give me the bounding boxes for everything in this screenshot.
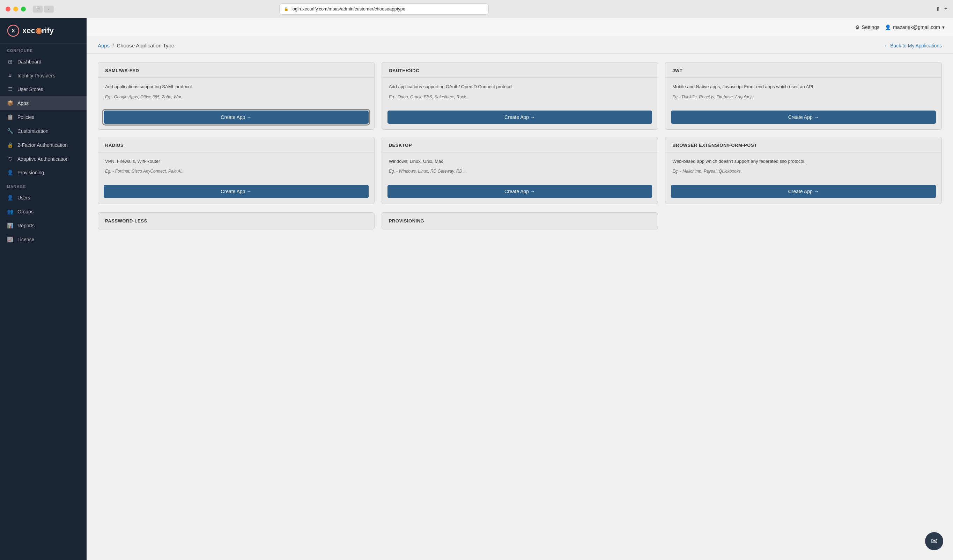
- create-app-button-jwt[interactable]: Create App →: [671, 111, 936, 124]
- content-header: Apps / Choose Application Type ← Back to…: [87, 36, 953, 54]
- sidebar-item-user-stores[interactable]: ☰ User Stores: [0, 82, 87, 96]
- url-text: login.xecurify.com/moas/admin/customer/c…: [292, 6, 405, 11]
- share-icon[interactable]: ⬆: [936, 6, 940, 12]
- manage-section-label: Manage: [0, 179, 87, 191]
- user-icon: 👤: [885, 25, 891, 30]
- card-footer-jwt: Create App →: [665, 111, 942, 129]
- address-bar[interactable]: 🔒 login.xecurify.com/moas/admin/customer…: [279, 3, 489, 15]
- card-header-oauth: OAUTH/OIDC: [382, 62, 658, 78]
- sidebar-item-customization[interactable]: 🔧 Customization: [0, 124, 87, 138]
- card-header-saml: SAML/WS-FED: [98, 62, 374, 78]
- sidebar-toggle[interactable]: ⊟: [33, 6, 43, 12]
- sidebar: X xec◉rify Configure ⊞ Dashboard ≡ Ident…: [0, 18, 87, 560]
- settings-button[interactable]: ⚙ Settings: [855, 25, 880, 30]
- settings-label: Settings: [862, 25, 880, 30]
- sidebar-item-apps[interactable]: 📦 Apps: [0, 96, 87, 110]
- close-button[interactable]: [6, 7, 11, 11]
- card-title-saml: SAML/WS-FED: [105, 68, 367, 73]
- card-examples-browser-ext: Eg. - Mailchimp, Paypal, Quickbooks.: [672, 169, 934, 174]
- sidebar-icon-2fa: 🔒: [7, 142, 13, 148]
- breadcrumb-apps-link[interactable]: Apps: [98, 43, 110, 48]
- chat-button[interactable]: ✉: [925, 532, 943, 550]
- sidebar-label-dashboard: Dashboard: [17, 59, 42, 65]
- user-menu[interactable]: 👤 mazariek@gmail.com ▾: [885, 25, 945, 30]
- card-description-saml: Add applications supporting SAML protoco…: [105, 84, 367, 90]
- sidebar-item-groups[interactable]: 👥 Groups: [0, 205, 87, 219]
- card-body-browser-ext: Web-based app which doesn't support any …: [665, 152, 942, 185]
- lock-icon: 🔒: [284, 7, 289, 11]
- create-app-button-oauth[interactable]: Create App →: [388, 111, 652, 124]
- card-footer-desktop: Create App →: [382, 185, 658, 204]
- card-examples-radius: Eg. - Fortinet, Cisco AnyConnect, Palo A…: [105, 169, 367, 174]
- sidebar-icon-dashboard: ⊞: [7, 59, 13, 65]
- logo-text: xec◉rify: [22, 26, 54, 35]
- sidebar-label-groups: Groups: [17, 209, 34, 215]
- sidebar-item-2fa[interactable]: 🔒 2-Factor Authentication: [0, 138, 87, 152]
- card-title-jwt: JWT: [672, 68, 934, 73]
- sidebar-item-users[interactable]: 👤 Users: [0, 191, 87, 205]
- sidebar-icon-reports: 📊: [7, 223, 13, 229]
- back-to-applications-link[interactable]: ← Back to My Applications: [884, 43, 942, 48]
- topbar: ⚙ Settings 👤 mazariek@gmail.com ▾: [87, 18, 953, 36]
- app-card-radius: RADIUS VPN, Firewalls, Wifi-Router Eg. -…: [98, 137, 374, 204]
- app-card-oauth: OAUTH/OIDC Add applications supporting O…: [382, 62, 658, 130]
- minimize-button[interactable]: [13, 7, 18, 11]
- app-card-browser-ext: BROWSER EXTENSION/FORM-POST Web-based ap…: [665, 137, 942, 204]
- sidebar-icon-users: 👤: [7, 195, 13, 201]
- sidebar-item-dashboard[interactable]: ⊞ Dashboard: [0, 55, 87, 69]
- chat-icon: ✉: [931, 537, 937, 546]
- user-email: mazariek@gmail.com: [893, 25, 940, 30]
- card-header-jwt: JWT: [665, 62, 942, 78]
- card-description-jwt: Mobile and Native apps, Javascript Front…: [672, 84, 934, 90]
- card-description-radius: VPN, Firewalls, Wifi-Router: [105, 158, 367, 165]
- maximize-button[interactable]: [21, 7, 26, 11]
- traffic-lights: [6, 7, 26, 11]
- sidebar-icon-identity-providers: ≡: [7, 73, 13, 79]
- configure-section-label: Configure: [0, 43, 87, 55]
- back-nav[interactable]: ‹: [44, 6, 54, 12]
- create-app-button-radius[interactable]: Create App →: [104, 185, 369, 198]
- sidebar-label-customization: Customization: [17, 128, 48, 134]
- sidebar-icon-adaptive-auth: 🛡: [7, 156, 13, 162]
- card-examples-oauth: Eg - Odoo, Oracle EBS, Salesforce, Rock.…: [389, 94, 651, 99]
- card-footer-oauth: Create App →: [382, 111, 658, 129]
- sidebar-label-provisioning: Provisioning: [17, 170, 44, 175]
- sidebar-icon-customization: 🔧: [7, 128, 13, 134]
- create-app-button-saml[interactable]: Create App →: [104, 111, 369, 124]
- sidebar-item-reports[interactable]: 📊 Reports: [0, 219, 87, 233]
- partial-card-title-provisioning: PROVISIONING: [389, 218, 651, 224]
- sidebar-label-policies: Policies: [17, 114, 34, 120]
- sidebar-item-identity-providers[interactable]: ≡ Identity Providers: [0, 69, 87, 82]
- sidebar-label-license: License: [17, 237, 34, 242]
- card-footer-saml: Create App →: [98, 111, 374, 129]
- sidebar-item-provisioning[interactable]: 👤 Provisioning: [0, 166, 87, 179]
- sidebar-item-license[interactable]: 📈 License: [0, 233, 87, 246]
- card-title-oauth: OAUTH/OIDC: [389, 68, 651, 73]
- chevron-down-icon: ▾: [942, 25, 945, 30]
- app-layout: X xec◉rify Configure ⊞ Dashboard ≡ Ident…: [0, 18, 953, 560]
- logo: X xec◉rify: [0, 18, 87, 43]
- browser-actions: ⬆ +: [936, 6, 947, 12]
- sidebar-icon-provisioning: 👤: [7, 169, 13, 176]
- sidebar-manage-items: 👤 Users 👥 Groups 📊 Reports 📈 License: [0, 191, 87, 246]
- card-footer-browser-ext: Create App →: [665, 185, 942, 204]
- card-title-desktop: DESKTOP: [389, 142, 651, 148]
- app-card-saml: SAML/WS-FED Add applications supporting …: [98, 62, 374, 130]
- new-tab-icon[interactable]: +: [944, 6, 947, 12]
- card-description-desktop: Windows, Linux, Unix, Mac: [389, 158, 651, 165]
- card-title-browser-ext: BROWSER EXTENSION/FORM-POST: [672, 142, 934, 148]
- partial-card-provisioning: PROVISIONING: [382, 212, 658, 229]
- card-examples-desktop: Eg. - Windows, Linux, RD Gateway, RD ...: [389, 169, 651, 174]
- sidebar-item-policies[interactable]: 📋 Policies: [0, 110, 87, 124]
- create-app-button-desktop[interactable]: Create App →: [388, 185, 652, 198]
- partial-card-password-less: PASSWORD-LESS: [98, 212, 374, 229]
- window-controls: ⊟ ‹: [33, 6, 54, 12]
- card-body-oauth: Add applications supporting OAuth/ OpenI…: [382, 78, 658, 111]
- app-type-cards: SAML/WS-FED Add applications supporting …: [87, 54, 953, 212]
- card-description-browser-ext: Web-based app which doesn't support any …: [672, 158, 934, 165]
- create-app-button-browser-ext[interactable]: Create App →: [671, 185, 936, 198]
- card-description-oauth: Add applications supporting OAuth/ OpenI…: [389, 84, 651, 90]
- card-body-saml: Add applications supporting SAML protoco…: [98, 78, 374, 111]
- sidebar-item-adaptive-auth[interactable]: 🛡 Adaptive Authentication: [0, 152, 87, 166]
- browser-chrome: ⊟ ‹ 🔒 login.xecurify.com/moas/admin/cust…: [0, 0, 953, 18]
